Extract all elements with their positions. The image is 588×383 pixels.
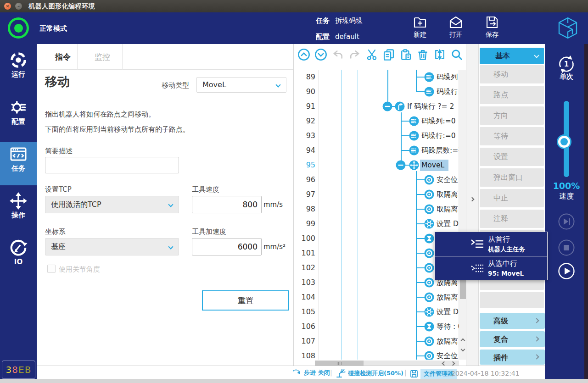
fold-icon[interactable] [433,48,446,61]
nav-item-run[interactable]: 运行 [0,48,37,91]
line-number: 103 [294,275,315,290]
step-mode-status[interactable]: 步进 关闭 [292,369,330,377]
tree-row[interactable]: 108安全位 [294,349,459,360]
tree-row[interactable]: 93码垛行:=0 [294,128,459,143]
tree-connector [416,77,425,78]
command-item-direction[interactable]: 方向 [480,106,544,125]
gear-lines-icon [0,98,37,117]
tree-row[interactable]: 107放隔离 [294,334,459,349]
hex-badge-part: 8 [12,364,18,375]
move-node-icon [409,160,419,170]
chevron-down-icon [168,202,173,207]
open-task-button[interactable]: 打开 [441,15,470,39]
tree-vertical-scrollbar[interactable] [459,70,466,360]
collapse-minus-icon[interactable] [382,101,392,111]
tree-row[interactable]: 97取隔离 [294,187,459,202]
robot-programming-app: ✕ – 机器人图形化编程环境 正常模式 任务拆垛码垛 配置default 新建 … [0,0,588,383]
node-label: 安全位 [437,172,458,187]
command-item-move[interactable]: 移动 [480,65,544,83]
composite-commands-button[interactable]: 复合 [480,331,545,347]
cut-icon[interactable] [365,48,378,61]
advanced-commands-button[interactable]: 高级 [480,313,545,329]
joint-angle-checkbox[interactable] [47,265,56,273]
loop-once-icon[interactable]: 1 [556,54,577,74]
command-item-comment[interactable]: 注释 [480,210,544,228]
plugin-commands-button[interactable]: 插件 [480,350,545,365]
minimize-icon[interactable]: – [15,3,22,10]
joint-angle-label: 使用关节角度 [59,265,100,274]
tree-row[interactable]: 92码垛列:=0 [294,114,459,128]
tool-speed-input[interactable] [192,196,262,213]
expand-panel-button[interactable] [468,194,477,204]
run-from-selected-item[interactable]: 从选中行 95: MoveL [435,256,547,280]
tree-connector [416,355,425,356]
tree-row[interactable]: 99设置 DO [294,216,459,231]
step-forward-button[interactable] [558,213,575,230]
nav-item-config[interactable]: 配置 [0,95,37,139]
speed-slider-knob[interactable] [558,136,570,148]
tree-row[interactable]: 105设置 DO [294,305,459,319]
tcp-select[interactable]: 使用激活的TCP [45,196,179,213]
paste-icon[interactable] [399,48,412,61]
tree-row[interactable]: 104放隔离 [294,290,459,305]
command-item-waypoint[interactable]: 路点 [480,86,544,104]
stop-button[interactable] [558,239,575,256]
tree-row[interactable]: 94码跺层数:=码 [294,143,459,158]
move-up-icon[interactable] [297,48,310,61]
tree-row[interactable]: 89码垛列 [294,70,459,84]
close-icon[interactable]: ✕ [4,3,11,10]
line-number: 89 [294,70,315,84]
tool-accel-input[interactable] [192,238,262,255]
save-task-button[interactable]: 保存 [477,15,507,39]
tool-speed-unit: mm/s [263,200,283,209]
undo-icon[interactable] [331,48,344,61]
file-manager-button[interactable]: 文件管理器 [410,369,457,379]
nav-item-io[interactable]: IO [0,236,37,279]
collision-icon [336,369,346,378]
tree-row[interactable]: 95MoveL [294,158,459,172]
command-category-select[interactable]: 基本 [480,48,544,64]
frame-select[interactable]: 基座 [45,238,179,255]
collapse-minus-icon[interactable] [396,160,406,170]
command-item-popup[interactable]: 弹出窗口 [480,168,544,187]
reset-button[interactable]: 重置 [202,290,289,311]
tree-connector [401,135,409,136]
new-task-button[interactable]: 新建 [405,15,435,39]
branch-node-icon [395,101,405,111]
nav-item-jog[interactable]: 操作 [0,189,37,232]
nav-item-task[interactable]: 任务 [0,142,37,185]
loop-count: 1 [556,60,577,68]
window-title: 机器人图形化编程环境 [28,2,95,11]
tree-row[interactable]: 96安全位 [294,172,459,187]
tree-connector [416,326,425,327]
node-label: 码垛列 [437,70,458,84]
frame-label: 坐标系 [45,228,66,236]
chevron-right-icon [534,318,539,323]
command-item-wait[interactable]: 等待 [480,127,544,145]
speed-percent: 100% [547,181,586,191]
run-from-top-item[interactable]: 从首行 机器人主任务 [435,232,547,256]
redo-icon[interactable] [348,48,361,61]
chevron-right-icon [534,354,539,359]
delete-icon[interactable] [416,48,429,61]
tree-row[interactable]: 98取隔离 [294,202,459,216]
command-item-abort[interactable]: 中止 [480,189,544,207]
line-number: 104 [294,290,315,305]
search-icon[interactable] [450,48,463,61]
line-number: 105 [294,305,315,319]
command-item-hidden[interactable] [480,292,544,308]
tree-row[interactable]: 106等待 : 0 [294,319,459,334]
copy-icon[interactable] [382,48,395,61]
line-number: 92 [294,114,315,128]
play-button[interactable] [558,263,575,279]
brief-input[interactable] [45,157,179,173]
tab-monitor[interactable]: 监控 [83,44,122,70]
tree-row[interactable]: 90码垛行 [294,84,459,99]
waypoint-node-icon [424,351,434,360]
move-type-select[interactable]: MoveL [196,77,286,93]
tree-row[interactable]: 91If 码垛行 ?= 2 [294,99,459,114]
move-down-icon[interactable] [314,48,327,61]
command-item-set[interactable]: 设置 [480,148,544,166]
tree-connector [416,311,425,312]
collision-detect-status[interactable]: 碰撞检测开启(50%) [336,369,403,378]
